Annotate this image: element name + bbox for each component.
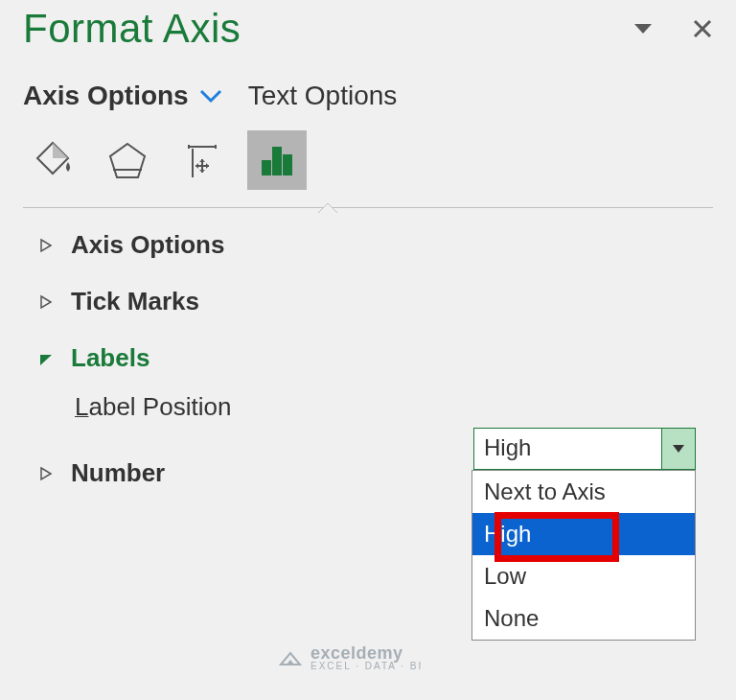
section-label: Number [71,458,165,488]
section-tick-marks[interactable]: Tick Marks [23,273,713,330]
close-icon[interactable] [692,18,713,39]
format-axis-pane: Format Axis Axis Options Text Options [0,0,736,700]
section-label: Tick Marks [71,287,199,316]
divider [23,199,713,217]
bar-chart-icon [256,139,298,181]
dropdown-item-none[interactable]: None [472,597,695,640]
combo-value: High [474,429,661,469]
category-row: Axis Options Text Options [23,81,713,111]
svg-marker-16 [41,240,51,251]
watermark-icon [278,647,303,668]
size-icon [181,139,223,181]
svg-rect-13 [262,160,271,175]
svg-marker-20 [673,445,684,453]
svg-marker-5 [110,144,145,177]
dropdown-item-low[interactable]: Low [472,555,695,597]
svg-rect-15 [283,154,292,175]
expander-expanded-icon [38,351,54,366]
expander-collapsed-icon [38,294,54,310]
effects-button[interactable] [98,130,157,190]
svg-marker-18 [40,355,52,365]
axis-options-category[interactable]: Axis Options [23,81,223,111]
label-position-dropdown: Next to Axis High Low None [472,470,696,641]
pane-title: Format Axis [23,6,241,52]
notch-icon [318,201,337,213]
label-position-combo[interactable]: High [473,428,696,470]
task-pane-options-icon[interactable] [632,22,654,35]
section-labels[interactable]: Labels [23,330,713,386]
dropdown-item-next-to-axis[interactable]: Next to Axis [472,471,695,513]
text-options-category-label: Text Options [248,81,398,110]
size-properties-button[interactable] [172,130,232,190]
icon-toolbar [23,130,713,190]
title-controls [632,18,713,39]
dropdown-item-high[interactable]: High [472,513,695,555]
fill-line-button[interactable] [23,130,82,190]
svg-marker-0 [634,24,652,34]
combo-dropdown-button[interactable] [661,429,695,469]
expander-collapsed-icon [38,238,54,253]
svg-rect-14 [272,147,282,175]
titlebar: Format Axis [23,4,713,52]
axis-options-button[interactable] [247,130,307,190]
section-label: Labels [71,343,150,373]
section-axis-options[interactable]: Axis Options [23,217,713,273]
svg-marker-22 [287,660,294,665]
pentagon-icon [106,139,149,181]
watermark-text: exceldemy EXCEL · DATA · BI [310,643,423,671]
axis-options-category-label: Axis Options [23,81,189,111]
paint-bucket-icon [32,139,74,181]
section-label: Axis Options [71,230,224,260]
expander-collapsed-icon [38,466,54,481]
label-position-row: Label Position [23,386,713,428]
label-position-label: Label Position [75,392,231,422]
svg-marker-19 [41,468,51,479]
watermark: exceldemy EXCEL · DATA · BI [278,643,423,671]
svg-marker-17 [41,296,51,308]
chevron-down-icon [198,81,223,111]
text-options-category[interactable]: Text Options [248,81,398,111]
caret-down-icon [672,444,685,454]
